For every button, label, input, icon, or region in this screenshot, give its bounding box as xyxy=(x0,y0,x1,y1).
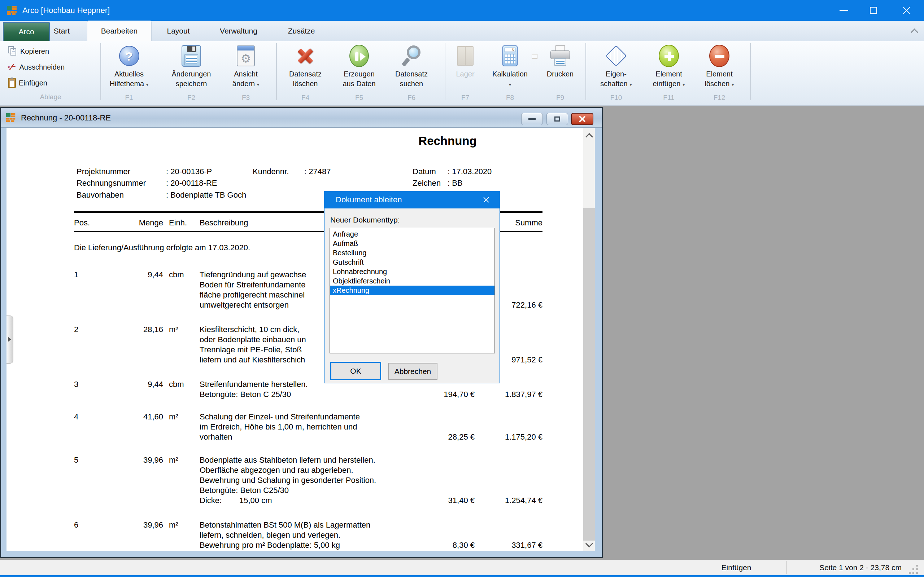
fkey-label: F6 xyxy=(388,93,435,102)
window-bottom-border xyxy=(0,575,924,577)
dialog-option[interactable]: Objektlieferschein xyxy=(330,276,494,285)
delete-element-button[interactable]: Element löschen ▾ F12 xyxy=(695,41,743,106)
paste-label: Einfügen xyxy=(19,79,47,87)
print-button[interactable]: Drucken F9 xyxy=(540,41,581,106)
scroll-down-icon[interactable] xyxy=(583,539,595,550)
fkey-label: F10 xyxy=(594,93,638,102)
delete-record-icon xyxy=(295,45,316,66)
printer-icon xyxy=(550,45,571,66)
search-record-button[interactable]: Datensatz suchen F6 xyxy=(388,41,435,106)
document-close-button[interactable] xyxy=(571,113,593,125)
tab-arco[interactable]: Arco xyxy=(3,22,50,41)
document-logo-icon xyxy=(6,112,16,124)
dropdown-arrow-icon: ▾ xyxy=(509,82,512,87)
minimize-button[interactable] xyxy=(831,0,856,21)
invoice-heading: Rechnung xyxy=(375,134,520,148)
fkey-label: F7 xyxy=(450,93,480,102)
meta-value: : Bodenplatte TB Goch xyxy=(166,190,246,200)
fkey-label: F9 xyxy=(540,93,581,102)
ribbon-collapse-chevron-icon[interactable] xyxy=(910,27,918,34)
close-icon xyxy=(578,115,586,123)
package-icon xyxy=(457,46,473,66)
restore-icon xyxy=(554,116,560,121)
dropdown-arrow-icon: ▾ xyxy=(630,82,632,87)
meta-value: : 17.03.2020 xyxy=(447,167,492,177)
group-label-ablage: Ablage xyxy=(8,93,93,101)
save-changes-button[interactable]: Änderungen speichern F2 xyxy=(161,41,222,106)
scroll-up-icon[interactable] xyxy=(583,130,595,141)
meta-value: : 20-00136-P xyxy=(166,167,212,177)
search-icon xyxy=(401,45,422,67)
document-restore-button[interactable] xyxy=(546,113,568,125)
tag-icon xyxy=(605,45,627,66)
ribbon-separator xyxy=(585,43,586,100)
delivery-note: Die Lieferung/Ausführung erfolgte am 17.… xyxy=(74,243,250,253)
minus-icon xyxy=(709,45,729,67)
app-logo-icon xyxy=(6,5,18,18)
delete-record-button[interactable]: Datensatz löschen F4 xyxy=(282,41,328,106)
ribbon-separator xyxy=(750,43,751,100)
fkey-label: F12 xyxy=(695,93,743,102)
dropdown-arrow-icon: ▾ xyxy=(732,82,734,87)
fkey-label: F1 xyxy=(105,93,153,102)
change-view-button[interactable]: ⚙ Ansicht ändern ▾ F3 xyxy=(226,41,266,106)
document-minimize-button[interactable] xyxy=(521,113,543,125)
minimize-icon xyxy=(840,10,848,11)
tab-layout[interactable]: Layout xyxy=(160,21,196,41)
tab-start[interactable]: Start xyxy=(47,21,76,41)
dialog-option[interactable]: Gutschrift xyxy=(330,258,494,267)
ok-button[interactable]: OK xyxy=(330,362,381,380)
generate-from-data-button[interactable]: Erzeugen aus Daten F5 xyxy=(334,41,384,106)
minimize-icon xyxy=(528,118,536,120)
meta-value: : BB xyxy=(447,178,463,188)
document-title: Rechnung - 20-00118-RE xyxy=(21,108,111,128)
help-topic-button[interactable]: ? Aktuelles Hilfethema ▾ F1 xyxy=(105,41,153,106)
side-panel-handle[interactable] xyxy=(6,316,13,364)
maximize-button[interactable] xyxy=(861,0,886,21)
status-mode: Einfügen xyxy=(704,560,769,575)
meta-value: : 20-00118-RE xyxy=(166,178,217,188)
document-border xyxy=(1,128,6,557)
maximize-icon xyxy=(870,7,877,14)
fkey-label: F4 xyxy=(282,93,328,102)
document-border xyxy=(1,551,602,557)
clipboard-paste-icon xyxy=(8,78,16,88)
dropdown-arrow-icon: ▾ xyxy=(146,82,149,87)
resize-grip[interactable] xyxy=(909,565,911,567)
dialog-option[interactable]: Anfrage xyxy=(330,229,494,239)
dialog-option[interactable]: Lohnabrechnung xyxy=(330,267,494,276)
cut-button[interactable]: ✂ Ausschneiden xyxy=(8,60,99,75)
tab-zusaetze[interactable]: Zusätze xyxy=(280,21,323,41)
col-header-beschreibung: Beschreibung xyxy=(200,218,294,228)
vertical-scrollbar-thumb[interactable] xyxy=(583,208,595,541)
close-button[interactable] xyxy=(894,0,919,21)
col-header-menge: Menge xyxy=(120,218,163,228)
close-icon xyxy=(901,5,912,16)
plus-icon xyxy=(659,45,679,67)
properties-button[interactable]: Eigen- schaften ▾ F10 xyxy=(594,41,638,106)
help-icon: ? xyxy=(119,46,139,66)
copy-label: Kopieren xyxy=(20,47,49,56)
dialog-option[interactable]: Aufmaß xyxy=(330,239,494,248)
tab-verwaltung[interactable]: Verwaltung xyxy=(212,21,266,41)
ribbon-separator xyxy=(276,43,277,100)
insert-element-button[interactable]: Element einfügen ▾ F11 xyxy=(645,41,693,106)
tab-bearbeiten[interactable]: Bearbeiten xyxy=(87,21,152,42)
dialog-option[interactable]: xRechnung xyxy=(330,285,494,295)
cancel-button[interactable]: Abbrechen xyxy=(388,363,438,380)
dialog-close-button[interactable] xyxy=(478,193,494,207)
calculator-icon: 0 xyxy=(502,45,518,66)
view-change-icon: ⚙ xyxy=(237,45,255,66)
statusbar xyxy=(0,560,924,575)
meta-label: Projektnummer xyxy=(76,167,130,177)
save-icon xyxy=(181,45,201,67)
meta-label: Rechnungsnummer xyxy=(76,178,146,188)
dialog-option[interactable]: Bestellung xyxy=(330,248,494,258)
cut-label: Ausschneiden xyxy=(19,63,65,71)
status-page-info: Seite 1 von 2 - 23,78 cm xyxy=(790,560,901,575)
scissors-icon: ✂ xyxy=(6,61,18,74)
kalkulation-button[interactable]: 0 Kalkulation ▾ F8 xyxy=(484,41,536,106)
app-titlebar: Arco [Hochbau Heppner] xyxy=(0,0,924,21)
copy-button[interactable]: Kopieren xyxy=(8,44,99,59)
paste-button[interactable]: Einfügen xyxy=(8,76,99,90)
